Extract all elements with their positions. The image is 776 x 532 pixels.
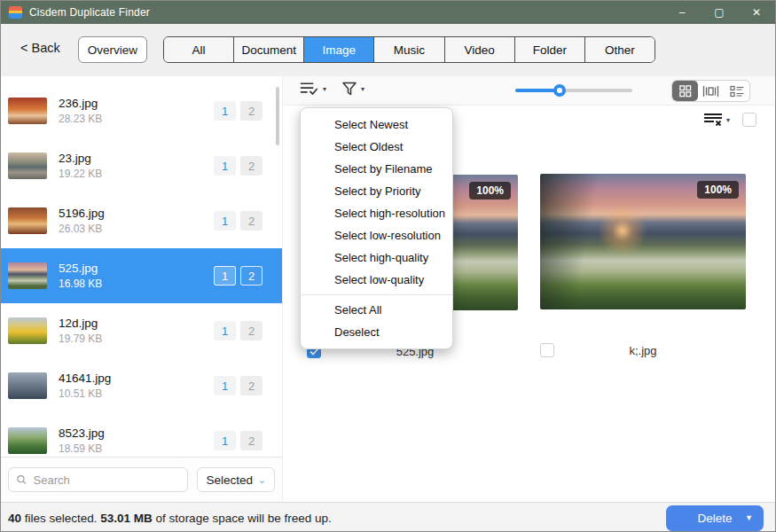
file-name: 12d.jpg: [59, 317, 214, 330]
menu-item-select-newest[interactable]: Select Newest: [301, 113, 452, 136]
search-icon: [16, 473, 27, 486]
group-copy-1-button[interactable]: 1: [214, 211, 236, 231]
group-copy-2-button[interactable]: 2: [240, 211, 263, 231]
menu-item-select-low-resolution[interactable]: Select low-resolution: [301, 224, 452, 246]
group-select-all-checkbox[interactable]: [742, 113, 756, 127]
list-item[interactable]: 5196.jpg 26.03 KB 1 2: [1, 193, 282, 248]
file-name: 8523.jpg: [59, 426, 214, 440]
list-item[interactable]: 41641.jpg 10.51 KB 1 2: [1, 358, 282, 413]
tab-image[interactable]: Image: [303, 37, 373, 62]
file-checkbox[interactable]: [540, 343, 554, 357]
file-thumbnail: [8, 207, 47, 234]
auto-select-menu: Select Newest Select Oldest Select by Fi…: [300, 107, 453, 349]
card-file-name: k;.jpg: [540, 343, 746, 358]
filter-button[interactable]: ▾: [341, 81, 364, 97]
group-copy-2-button[interactable]: 2: [240, 266, 263, 286]
view-mode-switcher: [671, 80, 750, 102]
app-logo-icon: [9, 6, 22, 19]
menu-item-select-high-resolution[interactable]: Select high-resolution: [301, 202, 452, 224]
file-name: 5196.jpg: [59, 207, 214, 220]
list-item[interactable]: 236.jpg 28.23 KB 1 2: [1, 83, 282, 138]
tab-other[interactable]: Other: [584, 37, 655, 62]
grid-view-button[interactable]: [672, 81, 698, 101]
tab-video[interactable]: Video: [444, 37, 514, 62]
freed-size: 53.01 MB: [100, 512, 153, 525]
status-bar: 40 files selected. 53.01 MB of storage s…: [1, 502, 775, 532]
sidebar-footer: Selected ⌄: [1, 457, 282, 502]
compare-view-icon: [702, 85, 719, 98]
menu-item-select-high-quality[interactable]: Select high-quality: [301, 246, 452, 269]
menu-item-select-by-priority[interactable]: Select by Priority: [301, 180, 452, 202]
group-copy-2-button[interactable]: 2: [240, 101, 263, 121]
group-copy-1-button[interactable]: 1: [214, 321, 236, 340]
menu-separator: [301, 294, 452, 295]
sidebar: 236.jpg 28.23 KB 1 2 23.jpg 19.22 KB 1 2: [1, 76, 283, 502]
tab-document[interactable]: Document: [233, 37, 303, 62]
select-list-icon: [299, 81, 319, 97]
chevron-down-icon: ⌄: [258, 474, 266, 486]
list-view-button[interactable]: [724, 81, 749, 101]
file-size: 18.59 KB: [59, 442, 214, 455]
auto-select-button[interactable]: ▾: [299, 81, 326, 97]
group-copy-2-button[interactable]: 2: [240, 321, 263, 340]
file-thumbnail: [8, 153, 47, 179]
list-item[interactable]: 12d.jpg 19.79 KB 1 2: [1, 303, 282, 358]
dropdown-arrow-icon: ▾: [726, 116, 730, 124]
delete-label: Delete: [697, 512, 732, 525]
search-input[interactable]: [34, 473, 181, 487]
group-copy-1-button[interactable]: 1: [214, 376, 236, 395]
close-button[interactable]: ✕: [738, 1, 775, 24]
tab-music[interactable]: Music: [373, 37, 443, 62]
overview-button[interactable]: Overview: [78, 36, 147, 63]
tab-folder[interactable]: Folder: [514, 37, 584, 62]
file-size: 16.98 KB: [59, 278, 214, 290]
list-view-icon: [730, 85, 744, 98]
list-item-selected[interactable]: 525.jpg 16.98 KB 1 2: [1, 248, 282, 303]
group-copy-1-button[interactable]: 1: [214, 101, 236, 121]
dropdown-arrow-icon: ▾: [361, 85, 364, 93]
status-text-part1: files selected.: [21, 512, 100, 525]
menu-item-select-oldest[interactable]: Select Oldest: [301, 136, 452, 158]
sidebar-scrollbar[interactable]: [276, 87, 279, 145]
file-size: 10.51 KB: [59, 387, 214, 400]
thumbnail-zoom-slider[interactable]: [515, 89, 632, 92]
slider-knob[interactable]: [553, 84, 566, 97]
compare-view-button[interactable]: [698, 81, 724, 101]
group-copy-1-button[interactable]: 1: [214, 266, 236, 286]
selected-filter-dropdown[interactable]: Selected ⌄: [197, 467, 275, 492]
group-copy-2-button[interactable]: 2: [240, 156, 263, 176]
grid-view-icon: [678, 84, 692, 98]
group-copy-2-button[interactable]: 2: [240, 376, 263, 395]
group-copy-2-button[interactable]: 2: [240, 431, 263, 450]
file-name: 525.jpg: [59, 262, 214, 275]
minimize-button[interactable]: –: [663, 1, 701, 24]
delete-dropdown-arrow-icon[interactable]: ▼: [745, 513, 753, 522]
deselect-list-icon: [703, 113, 723, 127]
chevron-left-icon: <: [20, 41, 27, 55]
menu-item-select-by-filename[interactable]: Select by Filename: [301, 158, 452, 180]
back-button[interactable]: < Back: [20, 41, 60, 55]
image-preview[interactable]: 100%: [540, 174, 746, 309]
dropdown-arrow-icon: ▾: [323, 85, 326, 93]
list-item[interactable]: 23.jpg 19.22 KB 1 2: [1, 138, 282, 193]
group-copy-1-button[interactable]: 1: [214, 431, 236, 450]
list-item[interactable]: 8523.jpg 18.59 KB 1 2: [1, 413, 282, 457]
file-name: 41641.jpg: [59, 372, 214, 385]
group-deselect-button[interactable]: ▾: [703, 113, 730, 127]
file-size: 28.23 KB: [59, 113, 214, 125]
tab-all[interactable]: All: [164, 37, 233, 62]
status-text: 40 files selected. 53.01 MB of storage s…: [8, 512, 332, 525]
delete-button[interactable]: Delete ▼: [666, 505, 764, 531]
menu-item-select-low-quality[interactable]: Select low-quality: [301, 269, 452, 291]
group-copy-1-button[interactable]: 1: [214, 156, 236, 176]
menu-item-deselect[interactable]: Deselect: [301, 321, 452, 343]
toolbar: ▾ ▾: [283, 76, 776, 106]
file-thumbnail: [8, 262, 47, 289]
back-label: Back: [32, 41, 60, 55]
menu-item-select-all[interactable]: Select All: [301, 299, 452, 321]
file-size: 19.79 KB: [59, 332, 214, 345]
file-thumbnail: [8, 372, 47, 399]
maximize-button[interactable]: ▢: [701, 1, 738, 24]
file-thumbnail: [8, 427, 47, 454]
selected-filter-label: Selected: [206, 473, 253, 487]
